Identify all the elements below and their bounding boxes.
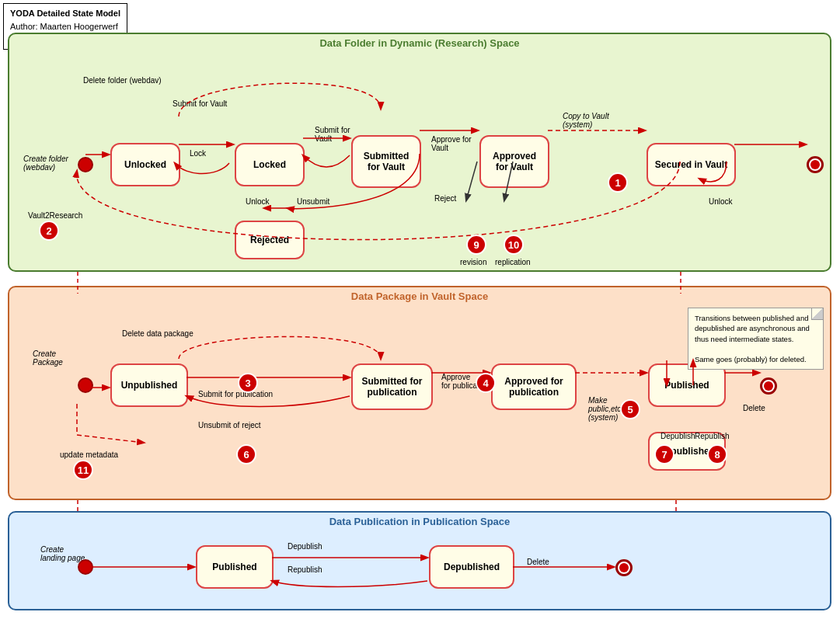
vault-section-title: Data Package in Vault Space xyxy=(9,287,830,305)
label-vault2research: Vault2Research xyxy=(28,211,82,220)
state-locked: Locked xyxy=(235,143,305,186)
label-approve-vault: Approve forVault xyxy=(431,135,472,152)
label-unlock: Unlock xyxy=(246,197,270,206)
label-create-landing: Createlanding page xyxy=(40,545,85,562)
label-copy-vault: Copy to Vault(system) xyxy=(563,112,609,129)
label-unsubmit: Unsubmit xyxy=(297,197,329,206)
end-publication xyxy=(615,559,633,576)
publication-section: Data Publication in Publication Space Cr… xyxy=(8,511,831,610)
state-approved-vault: Approved for Vault xyxy=(479,135,549,188)
label-create-package: CreatePackage xyxy=(33,349,63,367)
label-make-public: Makepublic,etc(system) xyxy=(588,396,621,422)
label-unlock2: Unlock xyxy=(709,197,733,206)
label-depublish-pub: Depublish xyxy=(288,542,322,551)
start-publication xyxy=(78,559,93,575)
badge-5: 5 xyxy=(620,399,640,419)
end-research xyxy=(807,156,824,173)
label-reject: Reject xyxy=(434,194,456,203)
label-delete-pub: Delete xyxy=(527,558,549,566)
note-box: Transitions between published and depubl… xyxy=(688,308,824,370)
state-submitted-vault: Submitted for Vault xyxy=(351,135,421,188)
label-submit-vault2: Submit forVault xyxy=(315,126,350,143)
label-republish-vault: Republish xyxy=(695,432,729,440)
state-rejected: Rejected xyxy=(235,221,305,259)
start-vault xyxy=(78,377,93,393)
research-section-title: Data Folder in Dynamic (Research) Space xyxy=(9,34,830,52)
badge-7: 7 xyxy=(654,444,674,464)
badge-6: 6 xyxy=(236,444,256,464)
label-republish-pub: Republish xyxy=(288,565,322,574)
title-author: Author: Maarten Hoogerwerf xyxy=(10,20,120,33)
state-unpublished: Unpublished xyxy=(110,363,188,407)
title-main: YODA Detailed State Model xyxy=(10,7,120,20)
label-submit-vault: Submit for Vault xyxy=(173,99,227,108)
research-section: Data Folder in Dynamic (Research) Space … xyxy=(8,33,831,272)
publication-section-title: Data Publication in Publication Space xyxy=(9,513,830,530)
vault-section: Data Package in Vault Space Delete data … xyxy=(8,286,831,500)
state-submitted-pub: Submitted for publication xyxy=(351,363,433,410)
badge-8: 8 xyxy=(707,444,727,464)
label-create-folder: Create folder(webdav) xyxy=(23,155,68,172)
badge-10-label: replication xyxy=(495,258,531,266)
badge-3: 3 xyxy=(238,373,258,393)
state-approved-pub: Approved for publication xyxy=(491,363,577,410)
start-research xyxy=(78,157,93,172)
label-update-metadata: update metadata xyxy=(60,450,118,459)
label-submit-pub: Submit for publication xyxy=(198,390,273,398)
label-delete-folder: Delete folder (webdav) xyxy=(83,76,162,85)
badge-2: 2 xyxy=(39,221,59,241)
end-vault xyxy=(760,377,777,395)
label-lock: Lock xyxy=(190,149,206,158)
state-depublished-pub: Depublished xyxy=(429,545,514,589)
badge-1: 1 xyxy=(608,172,628,193)
state-published-pub: Published xyxy=(196,545,274,589)
badge-11: 11 xyxy=(73,460,93,480)
badge-4: 4 xyxy=(476,373,496,393)
state-secured-vault: Secured in Vault xyxy=(647,143,736,186)
label-delete-vault: Delete xyxy=(743,404,765,412)
label-delete-package: Delete data package xyxy=(122,329,193,338)
state-unlocked: Unlocked xyxy=(110,143,180,186)
label-unsubmit-pub: Unsubmit of reject xyxy=(198,421,261,429)
badge-9: 9 xyxy=(466,235,486,255)
badge-10: 10 xyxy=(504,235,524,255)
badge-9-label: revision xyxy=(460,258,486,266)
label-depublish-vault: Depublish xyxy=(660,432,695,440)
